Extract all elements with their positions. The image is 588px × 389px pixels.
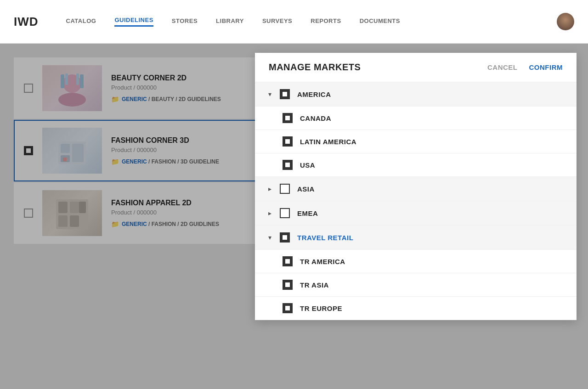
market-checkbox-asia[interactable]	[280, 184, 290, 194]
market-label-canada: CANADA	[300, 114, 331, 122]
market-row-asia[interactable]: ▸ ASIA	[255, 177, 577, 201]
market-row-america[interactable]: ▾ AMERICA	[255, 82, 577, 107]
market-label-tr-america: TR AMERICA	[300, 258, 345, 265]
market-row-latin-america[interactable]: LATIN AMERICA	[255, 130, 577, 153]
market-label-usa: USA	[300, 161, 315, 169]
chevron-down-icon-travel-retail: ▾	[264, 232, 275, 243]
market-checkbox-tr-europe[interactable]	[283, 303, 293, 313]
manage-markets-modal: MANAGE MARKETS CANCEL CONFIRM ▾ AMERICA …	[255, 53, 577, 320]
market-row-travel-retail[interactable]: ▾ TRAVEL RETAIL	[255, 226, 577, 250]
market-row-usa[interactable]: USA	[255, 153, 577, 177]
market-checkbox-america[interactable]	[280, 89, 290, 99]
market-checkbox-tr-america[interactable]	[283, 256, 293, 266]
market-row-emea[interactable]: ▸ EMEA	[255, 201, 577, 226]
nav-surveys[interactable]: SURVEYS	[262, 17, 292, 26]
market-checkbox-emea[interactable]	[280, 208, 290, 218]
modal-cancel-button[interactable]: CANCEL	[487, 63, 518, 71]
modal-header: MANAGE MARKETS CANCEL CONFIRM	[255, 53, 577, 82]
modal-body[interactable]: ▾ AMERICA CANADA LATIN AMERICA USA ▸ ASI…	[255, 82, 577, 320]
market-label-latin-america: LATIN AMERICA	[300, 138, 356, 146]
market-label-america: AMERICA	[297, 90, 331, 98]
nav-library[interactable]: LIBRARY	[216, 17, 244, 26]
nav-guidelines[interactable]: GUIDELINES	[114, 17, 153, 27]
nav-documents[interactable]: DOCUMENTS	[360, 17, 400, 26]
market-checkbox-canada[interactable]	[283, 113, 293, 123]
market-checkbox-usa[interactable]	[283, 160, 293, 170]
market-label-tr-asia: TR ASIA	[300, 281, 329, 289]
nav-links: CATALOG GUIDELINES STORES LIBRARY SURVEY…	[66, 17, 557, 27]
market-row-canada[interactable]: CANADA	[255, 107, 577, 130]
market-row-tr-europe[interactable]: TR EUROPE	[255, 297, 577, 320]
top-navigation: IWD CATALOG GUIDELINES STORES LIBRARY SU…	[0, 0, 588, 44]
content-area: BEAUTY CORNER 2D Product / 000000 📁 GENE…	[0, 44, 588, 389]
nav-reports[interactable]: REPORTS	[311, 17, 341, 26]
modal-confirm-button[interactable]: CONFIRM	[529, 63, 563, 71]
chevron-right-icon-emea: ▸	[264, 208, 275, 219]
avatar[interactable]	[557, 13, 574, 30]
modal-title: MANAGE MARKETS	[269, 62, 487, 73]
chevron-right-icon-asia: ▸	[264, 183, 275, 194]
chevron-down-icon-america: ▾	[264, 89, 275, 100]
avatar-image	[557, 13, 574, 30]
market-label-asia: ASIA	[297, 185, 315, 193]
market-row-tr-asia[interactable]: TR ASIA	[255, 273, 577, 297]
market-checkbox-tr-asia[interactable]	[283, 280, 293, 290]
market-checkbox-travel-retail[interactable]	[280, 232, 290, 242]
nav-stores[interactable]: STORES	[172, 17, 198, 26]
market-label-emea: EMEA	[297, 209, 318, 217]
market-label-travel-retail: TRAVEL RETAIL	[297, 234, 353, 242]
app-logo: IWD	[14, 15, 39, 29]
nav-catalog[interactable]: CATALOG	[66, 17, 96, 26]
market-row-tr-america[interactable]: TR AMERICA	[255, 250, 577, 273]
market-checkbox-latin-america[interactable]	[283, 136, 293, 147]
market-label-tr-europe: TR EUROPE	[300, 304, 342, 312]
